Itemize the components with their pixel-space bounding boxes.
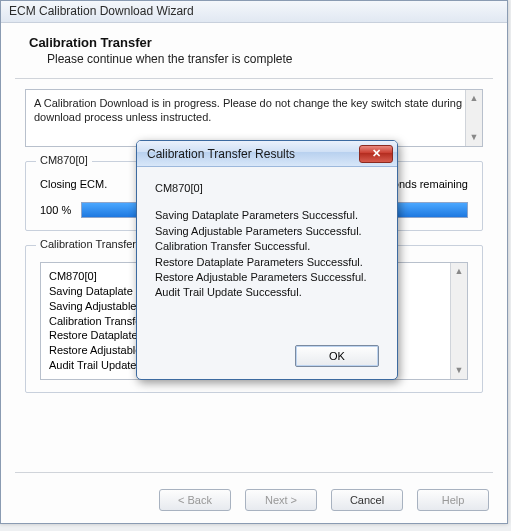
scroll-down-icon[interactable]: ▼ xyxy=(466,129,482,146)
dialog-titlebar[interactable]: Calibration Transfer Results ✕ xyxy=(137,141,397,167)
heading-separator xyxy=(15,78,493,79)
help-button[interactable]: Help xyxy=(417,489,489,511)
dialog-footer: OK xyxy=(295,345,379,367)
scroll-up-icon[interactable]: ▲ xyxy=(451,263,467,280)
dialog-line: Calibration Transfer Successful. xyxy=(155,239,379,254)
next-button[interactable]: Next > xyxy=(245,489,317,511)
dialog-line: Audit Trail Update Successful. xyxy=(155,285,379,300)
footer-separator xyxy=(15,472,493,473)
window-titlebar[interactable]: ECM Calibration Download Wizard xyxy=(1,1,507,23)
dialog-body: CM870[0] Saving Dataplate Parameters Suc… xyxy=(137,167,397,311)
dialog-line: Restore Adjustable Parameters Successful… xyxy=(155,270,379,285)
scroll-down-icon[interactable]: ▼ xyxy=(451,362,467,379)
back-button[interactable]: < Back xyxy=(159,489,231,511)
scrollbar[interactable]: ▲ ▼ xyxy=(450,263,467,379)
page-title: Calibration Transfer xyxy=(29,35,479,50)
info-message-box: A Calibration Download is in progress. P… xyxy=(25,89,483,147)
results-legend: Calibration Transfer xyxy=(36,238,140,250)
cancel-button[interactable]: Cancel xyxy=(331,489,403,511)
window-title: ECM Calibration Download Wizard xyxy=(9,4,194,18)
dialog-line: Restore Dataplate Parameters Successful. xyxy=(155,255,379,270)
dialog-line: Saving Adjustable Parameters Successful. xyxy=(155,224,379,239)
close-icon: ✕ xyxy=(372,147,381,160)
scroll-up-icon[interactable]: ▲ xyxy=(466,90,482,107)
dialog-line: Saving Dataplate Parameters Successful. xyxy=(155,208,379,223)
results-dialog: Calibration Transfer Results ✕ CM870[0] … xyxy=(136,140,398,380)
wizard-heading: Calibration Transfer Please continue whe… xyxy=(1,23,507,70)
progress-label: 100 % xyxy=(40,204,71,216)
close-button[interactable]: ✕ xyxy=(359,145,393,163)
dialog-title: Calibration Transfer Results xyxy=(147,147,295,161)
ok-button[interactable]: OK xyxy=(295,345,379,367)
wizard-button-row: < Back Next > Cancel Help xyxy=(159,489,489,511)
page-subtitle: Please continue when the transfer is com… xyxy=(47,52,479,66)
info-message-text: A Calibration Download is in progress. P… xyxy=(34,97,462,123)
scrollbar[interactable]: ▲ ▼ xyxy=(465,90,482,146)
device-status-left: Closing ECM. xyxy=(40,178,107,190)
dialog-device-label: CM870[0] xyxy=(155,181,379,196)
device-legend: CM870[0] xyxy=(36,154,92,166)
